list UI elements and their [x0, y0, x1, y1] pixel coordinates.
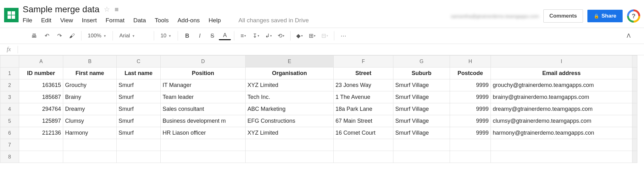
cell[interactable]: 67 Main Street [334, 115, 393, 127]
cell[interactable]: Smurf [117, 115, 161, 127]
cell[interactable]: Email address [491, 67, 632, 79]
zoom-dropdown[interactable]: 100%▼ [85, 30, 109, 41]
help-button[interactable]: ? [627, 9, 640, 23]
col-header[interactable]: C [117, 56, 161, 67]
cell[interactable] [393, 139, 450, 151]
vertical-scrollbar[interactable] [632, 56, 637, 67]
cell[interactable] [246, 139, 334, 151]
italic-button[interactable]: I [194, 30, 206, 41]
cell[interactable]: 23 Jones Way [334, 79, 393, 91]
cell[interactable] [450, 151, 491, 163]
paint-format-icon[interactable]: 🖌 [66, 30, 78, 41]
cell[interactable]: Harmony [63, 127, 117, 139]
cell[interactable]: Brainy [63, 91, 117, 103]
cell[interactable]: Smurf [117, 79, 161, 91]
row-header[interactable]: 3 [0, 91, 19, 103]
more-button[interactable]: ⋯ [337, 30, 349, 41]
cell[interactable]: harmony@gtrainerdemo.teamgapps.con [491, 127, 632, 139]
cell[interactable] [334, 151, 393, 163]
strikethrough-button[interactable]: S [206, 30, 218, 41]
cell[interactable]: 212136 [19, 127, 63, 139]
print-icon[interactable]: 🖶 [28, 30, 40, 41]
row-header[interactable]: 1 [0, 67, 19, 79]
cell[interactable] [334, 139, 393, 151]
cell[interactable]: 18a Park Lane [334, 103, 393, 115]
cell[interactable] [161, 139, 246, 151]
cell[interactable]: Smurf [117, 103, 161, 115]
row-header[interactable]: 6 [0, 127, 19, 139]
cell[interactable]: 163615 [19, 79, 63, 91]
cell[interactable]: Business development m [161, 115, 246, 127]
cell[interactable] [19, 139, 63, 151]
row-header[interactable]: 4 [0, 103, 19, 115]
cell[interactable] [491, 139, 632, 151]
cell[interactable]: Smurf Village [393, 127, 450, 139]
cell[interactable]: Organisation [246, 67, 334, 79]
menu-tools[interactable]: Tools [155, 17, 169, 24]
cell[interactable]: XYZ Limited [246, 127, 334, 139]
folder-icon[interactable]: ■ [114, 5, 119, 13]
cell[interactable]: Smurf [117, 127, 161, 139]
row-header[interactable]: 2 [0, 79, 19, 91]
cell[interactable] [450, 139, 491, 151]
comments-button[interactable]: Comments [543, 9, 583, 23]
spreadsheet-grid[interactable]: A B C D E F G H I 1 ID number First name… [0, 55, 637, 163]
cell[interactable]: Street [334, 67, 393, 79]
font-dropdown[interactable]: Arial▼ [116, 30, 151, 41]
col-header[interactable]: A [19, 56, 63, 67]
cell[interactable]: ABC Marketing [246, 103, 334, 115]
undo-icon[interactable]: ↶ [41, 30, 53, 41]
menu-format[interactable]: Format [106, 17, 125, 24]
app-logo[interactable] [0, 3, 23, 28]
bold-button[interactable]: B [181, 30, 193, 41]
cell[interactable]: Clumsy [63, 115, 117, 127]
menu-addons[interactable]: Add-ons [177, 17, 200, 24]
cell[interactable] [63, 151, 117, 163]
cell[interactable]: 9999 [450, 103, 491, 115]
cell[interactable]: First name [63, 67, 117, 79]
cell[interactable] [117, 151, 161, 163]
cell[interactable]: Smurf Village [393, 91, 450, 103]
col-header[interactable]: E [246, 56, 334, 67]
cell[interactable] [491, 151, 632, 163]
row-header[interactable]: 5 [0, 115, 19, 127]
cell[interactable]: Smurf Village [393, 79, 450, 91]
cell[interactable]: Tech Inc. [246, 91, 334, 103]
valign-button[interactable]: ↧▼ [250, 30, 262, 41]
cell[interactable]: 9999 [450, 79, 491, 91]
cell[interactable]: Suburb [393, 67, 450, 79]
col-header[interactable]: D [161, 56, 246, 67]
cell[interactable] [117, 139, 161, 151]
col-header[interactable]: F [334, 56, 393, 67]
cell[interactable]: Postcode [450, 67, 491, 79]
menu-help[interactable]: Help [208, 17, 221, 24]
cell[interactable]: HR Liason officer [161, 127, 246, 139]
cell[interactable] [161, 151, 246, 163]
star-icon[interactable]: ☆ [104, 5, 110, 13]
cell[interactable]: EFG Constructions [246, 115, 334, 127]
select-all-corner[interactable] [0, 56, 19, 67]
align-button[interactable]: ≡▼ [237, 30, 249, 41]
wrap-button[interactable]: ↲▼ [263, 30, 275, 41]
cell[interactable]: brainy@gtrainerdemo.teamgapps.com [491, 91, 632, 103]
cell[interactable] [63, 139, 117, 151]
cell[interactable]: dreamy@gtrainerdemo.teamgapps.com [491, 103, 632, 115]
menu-edit[interactable]: Edit [41, 17, 52, 24]
col-header[interactable]: I [491, 56, 632, 67]
cell[interactable]: Position [161, 67, 246, 79]
col-header[interactable]: B [63, 56, 117, 67]
cell[interactable]: Smurf Village [393, 103, 450, 115]
row-header[interactable]: 8 [0, 151, 19, 163]
cell[interactable]: 1 The Avenue [334, 91, 393, 103]
cell[interactable]: 294764 [19, 103, 63, 115]
cell[interactable]: grouchy@gtrainerdemo.teamgapps.com [491, 79, 632, 91]
cell[interactable]: Team leader [161, 91, 246, 103]
col-header[interactable]: H [450, 56, 491, 67]
cell[interactable]: IT Manager [161, 79, 246, 91]
menu-view[interactable]: View [60, 17, 73, 24]
row-header[interactable]: 7 [0, 139, 19, 151]
cell[interactable]: Last name [117, 67, 161, 79]
cell[interactable]: 9999 [450, 115, 491, 127]
cell[interactable]: Smurf [117, 91, 161, 103]
font-size-dropdown[interactable]: 10▼ [157, 30, 175, 41]
